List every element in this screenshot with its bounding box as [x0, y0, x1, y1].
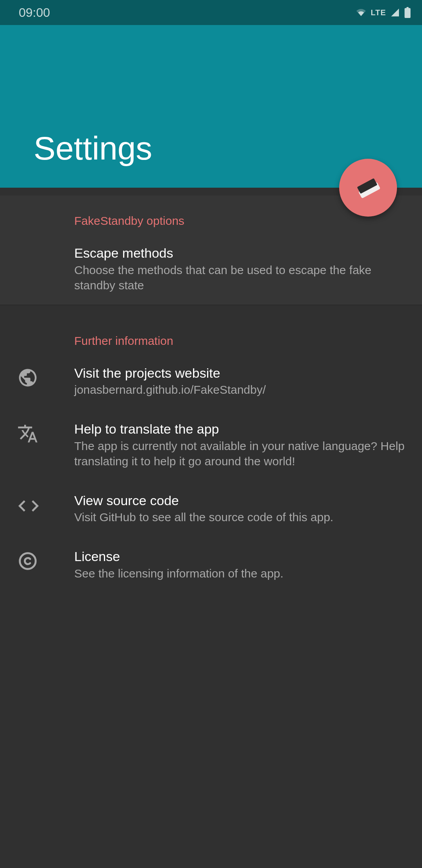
- item-title: View source code: [74, 492, 406, 509]
- lte-label: LTE: [371, 8, 386, 17]
- wifi-icon: [355, 8, 367, 17]
- item-view-source[interactable]: View source code Visit GitHub to see all…: [0, 481, 422, 537]
- settings-content: FakeStandby options Escape methods Choos…: [0, 188, 422, 593]
- copyright-icon: [0, 548, 74, 572]
- item-subtitle: See the licensing information of the app…: [74, 566, 406, 581]
- item-title: Visit the projects website: [74, 365, 406, 382]
- spacer: [0, 245, 74, 247]
- fab-screen-off-button[interactable]: [339, 159, 397, 217]
- section-header-info: Further information: [0, 323, 422, 353]
- status-time: 09:00: [19, 5, 50, 20]
- item-title: License: [74, 548, 406, 565]
- status-icons: LTE: [355, 7, 411, 18]
- battery-icon: [404, 7, 411, 18]
- page-title: Settings: [34, 129, 152, 167]
- item-license[interactable]: License See the licensing information of…: [0, 536, 422, 593]
- item-subtitle: jonasbernard.github.io/FakeStandby/: [74, 382, 406, 397]
- phone-screen-icon: [353, 172, 383, 203]
- status-bar: 09:00 LTE: [0, 0, 422, 25]
- item-translate-app[interactable]: Help to translate the app The app is cur…: [0, 409, 422, 481]
- item-title: Escape methods: [74, 245, 406, 262]
- globe-icon: [0, 365, 74, 388]
- svg-point-2: [20, 553, 36, 569]
- item-visit-website[interactable]: Visit the projects website jonasbernard.…: [0, 353, 422, 409]
- item-subtitle: Visit GitHub to see all the source code …: [74, 509, 406, 525]
- item-title: Help to translate the app: [74, 421, 406, 438]
- signal-icon: [390, 8, 400, 17]
- item-subtitle: Choose the methods that can be used to e…: [74, 262, 406, 293]
- item-subtitle: The app is currently not available in yo…: [74, 438, 406, 469]
- translate-icon: [0, 421, 74, 444]
- code-icon: [0, 492, 74, 517]
- item-escape-methods[interactable]: Escape methods Choose the methods that c…: [0, 233, 422, 305]
